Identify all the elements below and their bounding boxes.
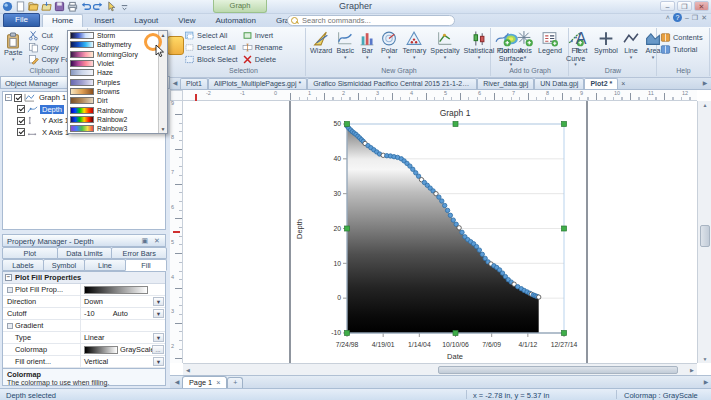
colormap-option-morningglory[interactable]: MorningGlory (68, 50, 158, 59)
button-tutorial[interactable]: Tutorial (658, 43, 705, 55)
property-value[interactable]: Down▼ (81, 296, 165, 307)
doc-tab-scroll-left-icon[interactable]: ◀ (170, 78, 180, 89)
doc-tab-close-icon[interactable]: × (618, 78, 628, 89)
button-delete[interactable]: Delete (240, 53, 285, 65)
button-block-select[interactable]: Block Select (182, 53, 240, 65)
open-file-icon[interactable] (28, 1, 39, 12)
button-deselect-all[interactable]: Deselect All (182, 41, 240, 53)
doc-close-icon[interactable]: ✕ (701, 14, 707, 22)
page-add-tab[interactable]: + (227, 377, 243, 388)
ribbon-tab-view[interactable]: View (169, 15, 204, 27)
minimize-button[interactable]: – (660, 1, 675, 11)
button-rename[interactable]: Rename (240, 41, 285, 53)
plot-canvas[interactable]: Graph 150403020100-107/24/984/19/011/14/… (170, 90, 711, 375)
qat-dropdown-icon[interactable] (119, 1, 130, 12)
doc-tab-scroll-right-icon[interactable]: ▶ (700, 78, 710, 89)
button-plot[interactable]: Plot (492, 29, 514, 56)
property-tab-plot[interactable]: Plot (2, 247, 58, 259)
scroll-up-icon[interactable]: ▲ (698, 102, 711, 108)
horizontal-scroll-thumb[interactable] (438, 366, 678, 374)
help-icon[interactable]: ? (673, 13, 682, 22)
colormap-option-purples[interactable]: Purples (68, 77, 158, 86)
document-tab-grafico-sismicidad-pacifico-central-2015-21-1-2015-version-2-gpj[interactable]: Grafico Sismicidad Pacifico Central 2015… (307, 78, 477, 89)
button-invert[interactable]: Invert (240, 29, 285, 41)
page-scroll-left-icon[interactable]: ◀ (172, 377, 182, 388)
property-value[interactable]: GrayScale... (81, 344, 165, 355)
undo-icon[interactable] (80, 1, 91, 12)
ribbon-tab-home[interactable]: Home (42, 14, 83, 27)
button-polar[interactable]: Polar▾ (378, 29, 400, 60)
button-select-all[interactable]: Select All (182, 29, 240, 41)
button-legend[interactable]: Legend (536, 29, 564, 56)
property-tab-line[interactable]: Line (84, 259, 126, 271)
colormap-option-violet[interactable]: Violet (68, 59, 158, 68)
property-tab-fill[interactable]: Fill (125, 259, 167, 271)
redo-icon[interactable] (93, 1, 104, 12)
document-tab-plot2[interactable]: Plot2 * (584, 78, 618, 89)
restore-button[interactable]: ❐ (677, 1, 692, 11)
save-icon[interactable] (54, 1, 65, 12)
document-tab-un-data-gpj[interactable]: UN Data.gpj (534, 78, 584, 89)
tree-checkbox[interactable] (14, 94, 22, 102)
property-tab-labels[interactable]: Labels (2, 259, 44, 271)
button-line[interactable]: Line▾ (620, 29, 642, 60)
ribbon-tab-layout[interactable]: Layout (125, 15, 167, 27)
colormap-option-rainbow[interactable]: Rainbow (68, 105, 158, 114)
scroll-left-icon[interactable]: ◀ (183, 367, 193, 373)
button-specialty[interactable]: Specialty▾ (428, 29, 461, 60)
pointer-tool-icon[interactable] (106, 1, 117, 12)
page-tab-page-1[interactable]: Page 1× (182, 376, 227, 388)
tree-checkbox[interactable] (17, 128, 25, 136)
button-basic[interactable]: Basic▾ (334, 29, 356, 60)
tree-checkbox[interactable] (17, 105, 25, 113)
tree-checkbox[interactable] (17, 117, 25, 125)
doc-restore-icon[interactable]: ❐ (692, 14, 698, 22)
scroll-right-icon[interactable]: ▶ (687, 367, 697, 373)
vertical-scroll-thumb[interactable] (700, 225, 710, 247)
import-icon[interactable] (41, 1, 52, 12)
collapse-ribbon-icon[interactable]: ˄ (666, 14, 670, 21)
tree-expand-icon[interactable]: − (5, 94, 12, 101)
property-value[interactable] (81, 320, 165, 331)
button-axis[interactable]: Axis▾ (514, 29, 536, 60)
property-value[interactable]: Vertical▼ (81, 356, 165, 367)
dropdown-arrow-icon[interactable]: ▼ (153, 333, 164, 342)
button-symbol[interactable]: Symbol (592, 29, 620, 56)
ribbon-tab-insert[interactable]: Insert (85, 15, 123, 27)
button-bar[interactable]: Bar▾ (356, 29, 378, 60)
dropdown-arrow-icon[interactable]: ▼ (153, 297, 164, 306)
graph-svg[interactable]: Graph 150403020100-107/24/984/19/011/14/… (290, 101, 600, 365)
dropdown-arrow-icon[interactable]: ▼ (153, 357, 164, 366)
document-tab-plot1[interactable]: Plot1 (180, 78, 208, 89)
property-tab-error-bars[interactable]: Error Bars (111, 247, 167, 259)
colormap-option-rainbow3[interactable]: Rainbow3 (68, 124, 158, 133)
print-icon[interactable] (67, 1, 78, 12)
dropdown-arrow-icon[interactable]: ▼ (153, 309, 164, 318)
app-icon[interactable] (2, 1, 13, 12)
button-ternary[interactable]: Ternary▾ (400, 29, 428, 60)
colormap-option-dirt[interactable]: Dirt (68, 96, 158, 105)
dropdown-scroll-down-icon[interactable]: ▼ (161, 125, 166, 133)
horizontal-scrollbar[interactable]: ◀ ▶ (183, 363, 697, 375)
property-value[interactable] (81, 284, 165, 295)
panel-pin-close-icons[interactable]: ▣ ✕ (142, 237, 162, 245)
button-paste[interactable]: Paste▾ (2, 29, 24, 62)
ribbon-tab-automation[interactable]: Automation (206, 15, 264, 27)
doc-minimize-icon[interactable]: – (685, 14, 689, 21)
new-file-icon[interactable] (15, 1, 26, 12)
button-text[interactable]: AText (570, 29, 592, 56)
page-tab-close-icon[interactable]: × (216, 377, 220, 388)
search-input[interactable] (287, 15, 455, 26)
expand-box-icon[interactable] (7, 323, 13, 329)
expand-box-icon[interactable] (7, 287, 13, 293)
document-tab-river-data-gpj[interactable]: River_data.gpj (477, 78, 534, 89)
scroll-down-icon[interactable]: ▼ (698, 356, 711, 362)
property-manager-header[interactable]: Property Manager - Depth ▣ ✕ (2, 234, 166, 247)
button-contents[interactable]: Contents (658, 31, 705, 43)
page-scroll-right-icon[interactable]: ▶ (701, 377, 711, 388)
property-tab-data-limits[interactable]: Data Limits (57, 247, 113, 259)
more-options-button[interactable]: ... (152, 345, 164, 354)
colormap-option-rainbow2[interactable]: Rainbow2 (68, 115, 158, 124)
vertical-scrollbar[interactable]: ▲ ▼ (697, 101, 711, 363)
ribbon-tab-file[interactable]: File (3, 13, 40, 27)
